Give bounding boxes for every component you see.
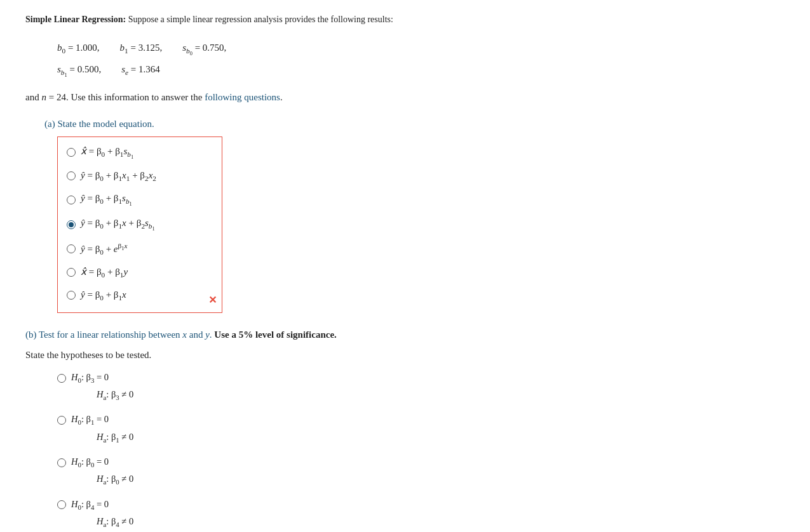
list-item[interactable]: ŷ = β0 + β1sb1 <box>67 190 213 209</box>
h0-b1: H0: β3 = 0 <box>71 370 109 386</box>
part-a-options-box: x̂ = β0 + β1sb1 ŷ = β0 + β1x1 + β2x2 ŷ =… <box>57 136 222 313</box>
list-item[interactable]: H0: β1 = 0 Ha: β1 ≠ 0 <box>57 412 785 446</box>
hyp-row-b1[interactable]: H0: β3 = 0 <box>57 370 785 386</box>
radio-b2[interactable] <box>57 416 66 425</box>
radio-a3[interactable] <box>67 196 76 204</box>
b1-param: b1 = 3.125, <box>120 38 163 58</box>
part-a-label: (a) State the model equation. <box>44 116 785 131</box>
header-bold: Simple Linear Regression: <box>25 15 126 24</box>
sb0-param: sb0 = 0.750, <box>182 38 226 59</box>
option-a4-text: ŷ = β0 + β1x + β2sb1 <box>81 215 155 234</box>
list-item[interactable]: ŷ = β0 + β1x + β2sb1 <box>67 215 213 234</box>
option-a1-text: x̂ = β0 + β1sb1 <box>81 143 133 162</box>
ha-b4: Ha: β4 ≠ 0 <box>97 514 785 530</box>
radio-a5[interactable] <box>67 244 76 253</box>
se-param: se = 1.364 <box>121 60 160 80</box>
following-link: following questions <box>205 92 280 102</box>
list-item[interactable]: H0: β4 = 0 Ha: β4 ≠ 0 <box>57 497 785 531</box>
radio-a6[interactable] <box>67 268 76 277</box>
hyp-row-b2[interactable]: H0: β1 = 0 <box>57 412 785 428</box>
option-a7-text: ŷ = β0 + β1x <box>81 287 126 303</box>
list-item[interactable]: ŷ = β0 + β1x <box>67 287 213 303</box>
hyp-row-b3[interactable]: H0: β0 = 0 <box>57 455 785 470</box>
hyp-row-b4[interactable]: H0: β4 = 0 <box>57 497 785 513</box>
part-b-label: (b) Test for a linear relationship betwe… <box>25 327 785 342</box>
h0-b2: H0: β1 = 0 <box>71 412 109 428</box>
list-item[interactable]: ŷ = β0 + eβ1x <box>67 240 213 258</box>
params-line-1: b0 = 1.000, b1 = 3.125, sb0 = 0.750, <box>57 38 785 59</box>
params-line-2: sb1 = 0.500, se = 1.364 <box>57 60 785 81</box>
ha-b2: Ha: β1 ≠ 0 <box>97 430 785 446</box>
header-line: Simple Linear Regression: Suppose a simp… <box>25 13 785 27</box>
option-a6-text: x̂ = β0 + β1y <box>81 264 128 281</box>
ha-b1: Ha: β3 ≠ 0 <box>97 387 785 403</box>
list-item[interactable]: H0: β3 = 0 Ha: β3 ≠ 0 <box>57 370 785 404</box>
list-item[interactable]: H0: β0 = 0 Ha: β0 ≠ 0 <box>57 455 785 488</box>
params-block: b0 = 1.000, b1 = 3.125, sb0 = 0.750, sb1… <box>57 38 785 80</box>
b0-param: b0 = 1.000, <box>57 38 100 58</box>
ha-b3: Ha: β0 ≠ 0 <box>97 472 785 488</box>
part-a-section: (a) State the model equation. x̂ = β0 + … <box>25 116 785 313</box>
option-a3-text: ŷ = β0 + β1sb1 <box>81 190 132 209</box>
radio-a4[interactable] <box>67 220 76 229</box>
part-b-section: (b) Test for a linear relationship betwe… <box>25 327 785 532</box>
list-item[interactable]: x̂ = β0 + β1sb1 <box>67 143 213 162</box>
h0-b4: H0: β4 = 0 <box>71 497 109 513</box>
part-a-link: (a) State the model equation. <box>44 119 154 129</box>
list-item[interactable]: ŷ = β0 + β1x1 + β2x2 <box>67 168 213 184</box>
list-item[interactable]: x̂ = β0 + β1y <box>67 264 213 281</box>
part-b-emphasis: Use a 5% level of significance. <box>214 329 336 340</box>
radio-a7[interactable] <box>67 291 76 300</box>
radio-b1[interactable] <box>57 374 66 383</box>
h0-b3: H0: β0 = 0 <box>71 455 109 470</box>
radio-b3[interactable] <box>57 458 66 467</box>
radio-a2[interactable] <box>67 171 76 180</box>
close-icon[interactable]: ✕ <box>208 292 217 309</box>
sb1-param: sb1 = 0.500, <box>57 60 101 81</box>
state-hypotheses-text: State the hypotheses to be tested. <box>25 347 785 362</box>
part-b-link: (b) Test for a linear relationship betwe… <box>25 329 214 340</box>
option-a2-text: ŷ = β0 + β1x1 + β2x2 <box>81 168 156 184</box>
radio-b4[interactable] <box>57 500 66 509</box>
header-desc: Suppose a simple linear regression analy… <box>128 15 393 24</box>
n-line: and n = 24. Use this information to answ… <box>25 90 785 105</box>
radio-a1[interactable] <box>67 148 76 157</box>
option-a5-text: ŷ = β0 + eβ1x <box>81 240 127 258</box>
